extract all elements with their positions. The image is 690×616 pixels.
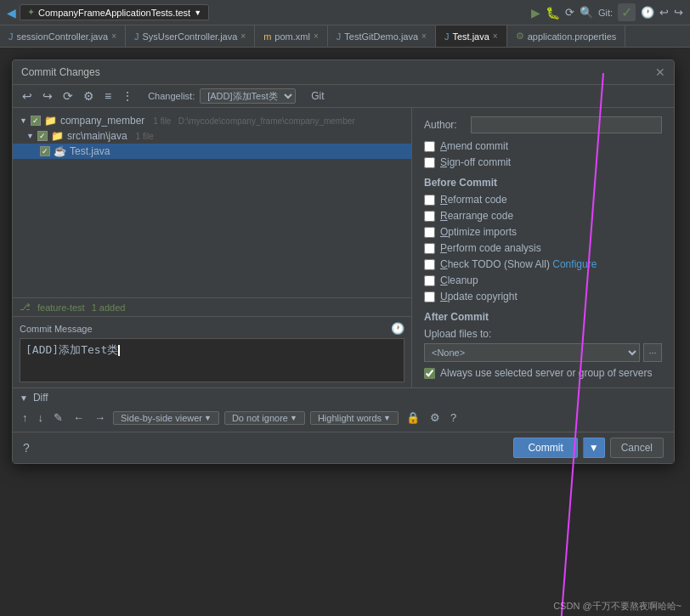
diff-edit-icon[interactable]: ✎ — [51, 410, 65, 425]
group-icon[interactable]: ⋮ — [119, 88, 136, 104]
tree-item-src[interactable]: ▼ ✓ 📁 src\main\java 1 file — [13, 128, 411, 144]
close-icon[interactable]: × — [314, 31, 319, 41]
run-tab[interactable]: ✦ CompanyFrameApplicationTests.test ▼ — [20, 4, 209, 20]
undo-icon[interactable]: ↩ — [659, 6, 669, 19]
action-buttons: Commit ▼ Cancel — [513, 438, 664, 458]
file-tab-pomxml[interactable]: m pom.xml × — [255, 25, 328, 47]
author-input[interactable] — [471, 116, 662, 133]
diff-triangle-icon: ▼ — [20, 393, 28, 403]
signoff-commit-row: Sign-off commit — [424, 156, 662, 168]
reformat-code-label: Reformat code — [440, 194, 507, 206]
changelist-label: Changelist: — [148, 91, 195, 101]
ignore-btn[interactable]: Do not ignore ▼ — [224, 411, 305, 425]
always-use-server-row: Always use selected server or group of s… — [424, 367, 662, 379]
file-tab-label: TestGitDemo.java — [344, 31, 418, 42]
settings-icon[interactable]: ⚙ — [81, 88, 97, 104]
git-label: Git: — [598, 8, 613, 18]
folder-icon: 📁 — [51, 130, 64, 142]
diff-fwd-icon[interactable]: → — [92, 410, 108, 425]
commit-msg-label: Commit Message — [20, 324, 93, 334]
checkbox-src[interactable]: ✓ — [37, 131, 48, 141]
update-copyright-label: Update copyright — [440, 291, 518, 302]
diff-back-icon[interactable]: ← — [71, 410, 87, 425]
checkbox-testjava[interactable]: ✓ — [40, 146, 50, 156]
file-tab-applicationprops[interactable]: ⚙ application.properties — [507, 25, 626, 47]
file-tab-sessioncontroller[interactable]: J sessionController.java × — [0, 25, 126, 47]
run-icon: ✦ — [27, 7, 35, 18]
optimize-imports-checkbox[interactable] — [424, 227, 435, 238]
check-todo-checkbox[interactable] — [424, 259, 435, 270]
upload-dots-button[interactable]: ··· — [643, 343, 662, 362]
cancel-button[interactable]: Cancel — [610, 438, 664, 458]
diff-up-icon[interactable]: ↑ — [20, 410, 31, 425]
file-tab-test[interactable]: J Test.java × — [436, 25, 507, 47]
amend-commit-checkbox[interactable] — [424, 141, 435, 152]
upload-row: <None> ··· — [424, 343, 662, 362]
lock-icon[interactable]: 🔒 — [404, 410, 422, 425]
expand-icon: ▼ — [26, 132, 34, 140]
highlight-btn[interactable]: Highlight words ▼ — [310, 411, 399, 425]
gear-icon[interactable]: ⚙ — [427, 410, 443, 425]
branch-icon: ⎇ — [20, 302, 31, 313]
update-copyright-checkbox[interactable] — [424, 291, 435, 302]
diff-header[interactable]: ▼ Diff — [20, 392, 667, 404]
file-tab-testgitdemo[interactable]: J TestGitDemo.java × — [328, 25, 436, 47]
perform-analysis-label: Perform code analysis — [440, 242, 541, 254]
clock-icon[interactable]: 🕐 — [641, 6, 654, 19]
help-icon[interactable]: ? — [23, 441, 30, 455]
amend-commit-row: Amend commit — [424, 140, 662, 152]
bottom-bar: ? Commit ▼ Cancel — [13, 432, 674, 463]
file-tab-label: SysUserController.java — [142, 31, 237, 42]
signoff-commit-label: Sign-off commit — [440, 156, 511, 168]
perform-analysis-checkbox[interactable] — [424, 243, 435, 254]
reload-icon[interactable]: ⟳ — [565, 6, 574, 19]
cleanup-row: Cleanup — [424, 274, 662, 286]
tree-item-company-member[interactable]: ▼ ✓ 📁 company_member 1 file D:\mycode\co… — [13, 113, 411, 128]
close-icon[interactable]: × — [240, 31, 246, 41]
diff-down-icon[interactable]: ↓ — [36, 410, 47, 425]
reformat-code-checkbox[interactable] — [424, 195, 435, 206]
close-icon[interactable]: × — [493, 31, 498, 41]
configure-link[interactable]: Configure — [552, 258, 597, 270]
commit-msg-box[interactable]: [ADD]添加Test类 — [20, 338, 404, 382]
changelist-select[interactable]: [ADD]添加Test类 — [200, 88, 296, 104]
cleanup-label: Cleanup — [440, 274, 478, 286]
align-icon[interactable]: ≡ — [102, 88, 114, 104]
back-icon[interactable]: ↩ — [20, 88, 35, 104]
tree-item-detail: 1 file — [136, 132, 154, 141]
refresh-icon[interactable]: ⟳ — [60, 88, 76, 104]
checkbox-company-member[interactable]: ✓ — [31, 116, 41, 126]
watermark: CSDN @千万不要熬夜啊哈哈~ — [553, 600, 682, 613]
checkmark-icon[interactable]: ✓ — [618, 3, 636, 21]
commit-dialog: Commit Changes ✕ ↩ ↪ ⟳ ⚙ ≡ ⋮ Changelist:… — [12, 59, 675, 464]
dialog-toolbar: ↩ ↪ ⟳ ⚙ ≡ ⋮ Changelist: [ADD]添加Test类 Git — [13, 85, 674, 108]
commit-label: Commit — [528, 442, 563, 454]
play-icon[interactable]: ▶ — [531, 6, 540, 20]
side-by-side-btn[interactable]: Side-by-side viewer ▼ — [113, 411, 219, 425]
redo-icon[interactable]: ↪ — [674, 6, 683, 19]
tree-item-testjava[interactable]: ✓ ☕ Test.java — [13, 144, 411, 159]
diff-section: ▼ Diff ↑ ↓ ✎ ← → Side-by-side viewer ▼ D… — [13, 387, 674, 432]
always-use-server-checkbox[interactable] — [424, 368, 435, 379]
file-tab-label: sessionController.java — [17, 31, 109, 42]
forward-icon[interactable]: ↪ — [40, 88, 55, 104]
dialog-close-button[interactable]: ✕ — [655, 65, 665, 79]
run-tab-label: CompanyFrameApplicationTests.test — [38, 8, 190, 18]
dialog-titlebar: Commit Changes ✕ — [13, 60, 674, 85]
signoff-commit-checkbox[interactable] — [424, 157, 435, 168]
cleanup-checkbox[interactable] — [424, 275, 435, 286]
close-icon[interactable]: × — [421, 31, 427, 41]
commit-dropdown-button[interactable]: ▼ — [583, 438, 605, 458]
upload-select[interactable]: <None> — [424, 343, 640, 362]
help-diff-icon[interactable]: ? — [448, 410, 459, 425]
file-tab-sysusercontroller[interactable]: J SysUserController.java × — [126, 25, 255, 47]
close-icon[interactable]: × — [111, 31, 116, 41]
commit-button[interactable]: Commit — [513, 438, 577, 458]
rearrange-code-checkbox[interactable] — [424, 211, 435, 222]
file-tab-label: pom.xml — [274, 31, 310, 42]
search-icon[interactable]: 🔍 — [580, 6, 593, 19]
debug-icon[interactable]: 🐛 — [546, 6, 560, 20]
clock-msg-icon[interactable]: 🕐 — [391, 322, 404, 335]
left-panel: ▼ ✓ 📁 company_member 1 file D:\mycode\co… — [13, 108, 412, 387]
viewer-dropdown-icon: ▼ — [204, 414, 212, 422]
